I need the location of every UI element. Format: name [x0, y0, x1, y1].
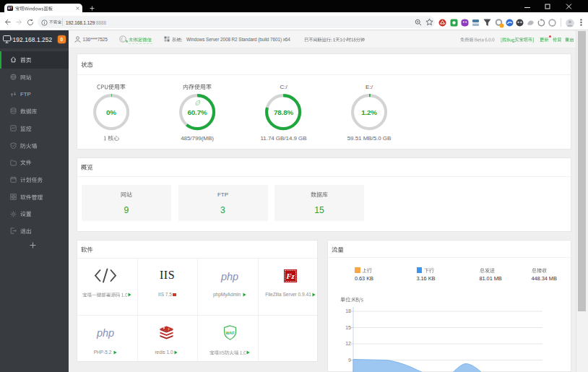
- svg-text:WAF: WAF: [225, 331, 235, 335]
- svg-text:Fz: Fz: [285, 272, 295, 280]
